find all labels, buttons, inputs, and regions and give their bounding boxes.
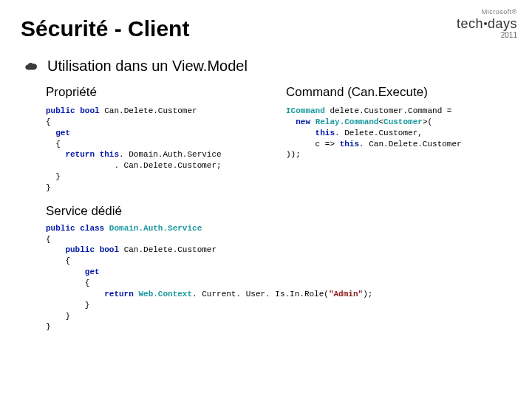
bullet-row: Utilisation dans un View.Model (24, 58, 511, 75)
event-logo: Microsoft® techdays 2011 (457, 9, 517, 39)
col-property: Propriété public bool Can.Delete.Custome… (46, 85, 271, 194)
logo-event: techdays (457, 16, 517, 31)
bullet-text: Utilisation dans un View.Model (47, 58, 248, 75)
heading-command: Command (Can.Execute) (286, 85, 511, 100)
cloud-icon (24, 61, 40, 72)
col-command: Command (Can.Execute) ICommand delete.Cu… (286, 85, 511, 194)
section-service: Service dédié public class Domain.Auth.S… (21, 204, 511, 332)
logo-vendor: Microsoft® (457, 9, 517, 16)
code-command: ICommand delete.Customer.Command = new R… (286, 106, 511, 160)
code-property: public bool Can.Delete.Customer { get { … (46, 106, 271, 194)
heading-property: Propriété (46, 85, 271, 100)
slide-title: Sécurité - Client (21, 16, 511, 41)
logo-year: 2011 (457, 32, 517, 39)
heading-service: Service dédié (46, 204, 511, 219)
code-service: public class Domain.Auth.Service { publi… (46, 223, 511, 332)
